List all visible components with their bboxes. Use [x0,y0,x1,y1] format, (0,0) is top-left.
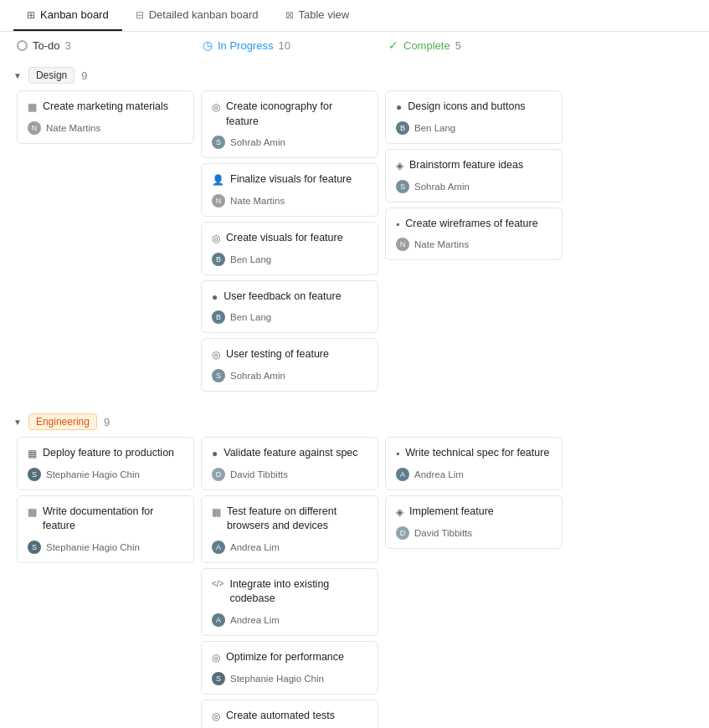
avatar: B [396,121,409,135]
card-title-text: Implement feature [409,505,494,520]
assignee-name: Andrea Lim [414,469,464,479]
card-icon: ▦ [212,505,221,520]
card-assignee: A Andrea Lim [396,468,552,481]
card-title-text: Create wireframes of feature [405,217,537,232]
col-todo-count: 3 [65,39,71,52]
assignee-name: David Tibbitts [414,528,472,538]
card-icon: ▦ [28,447,37,461]
card-title-text: Deploy feature to production [43,446,174,461]
group-toggle-engineering[interactable]: ▼ [13,418,22,427]
avatar: S [28,468,41,481]
card-title-text: Finalize visuals for feature [230,172,352,187]
avatar: S [28,541,41,554]
card-automated-tests[interactable]: ◎ Create automated tests D David Tibbitt… [201,700,378,728]
col-header-complete: ✓ Complete 5 [385,32,571,59]
card-create-visuals[interactable]: ◎ Create visuals for feature B Ben Lang [201,222,378,275]
card-assignee: A Andrea Lim [212,613,367,627]
card-user-feedback[interactable]: ● User feedback on feature B Ben Lang [201,280,378,334]
group-design-columns: ▦ Create marketing materials N Nate Mart… [13,90,696,392]
card-title-text: Create automated tests [226,709,335,724]
card-title-text: User feedback on feature [223,290,341,305]
avatar: S [212,136,225,149]
card-icon: ◎ [212,651,220,665]
avatar: A [212,613,225,627]
tab-detailed[interactable]: ⊟ Detailed kanban board [122,0,272,31]
group-design-header[interactable]: ▼ Design 9 [13,59,696,90]
card-test-browsers[interactable]: ▦ Test feature on different browsers and… [201,495,378,563]
tab-table[interactable]: ⊠ Table view [272,0,363,31]
assignee-name: Ben Lang [230,312,271,322]
engineering-complete-col: ▪ Write technical spec for feature A And… [382,437,566,549]
card-icon: </> [212,578,223,590]
card-icon: ◈ [396,159,403,173]
avatar: B [212,310,225,324]
card-validate-feature[interactable]: ● Validate feature against spec D David … [201,437,378,490]
card-design-icons[interactable]: ● Design icons and buttons B Ben Lang [385,90,563,144]
card-create-wireframes[interactable]: ▪ Create wireframes of feature N Nate Ma… [385,208,563,261]
avatar: S [212,369,225,382]
card-create-marketing[interactable]: ▦ Create marketing materials N Nate Mart… [17,90,194,144]
assignee-name: Stephanie Hagio Chin [230,674,324,684]
card-title-text: Validate feature against spec [223,446,357,461]
card-assignee: B Ben Lang [396,121,552,135]
card-assignee: A Andrea Lim [212,541,367,554]
card-assignee: S Stephanie Hagio Chin [212,672,367,685]
avatar: N [212,194,225,208]
col-todo-label: To-do [33,39,60,52]
group-engineering-header[interactable]: ▼ Engineering 9 [13,405,696,437]
board-content: ▼ Design 9 ▦ Create marketing materials … [0,59,709,728]
card-finalize-visuals[interactable]: 👤 Finalize visuals for feature N Nate Ma… [201,163,378,217]
card-implement-feature[interactable]: ◈ Implement feature D David Tibbitts [385,495,563,549]
card-title-text: Create visuals for feature [226,231,343,246]
design-complete-col: ● Design icons and buttons B Ben Lang ◈ … [382,90,566,260]
col-header-inprogress: ◷ In Progress 10 [199,32,385,59]
assignee-name: Andrea Lim [230,542,280,552]
tab-bar: ⊞ Kanban board ⊟ Detailed kanban board ⊠… [0,0,709,32]
card-deploy-feature[interactable]: ▦ Deploy feature to production S Stephan… [17,437,194,490]
card-title-text: Write technical spec for feature [405,446,549,461]
kanban-icon: ⊞ [27,9,35,21]
card-assignee: D David Tibbitts [212,468,367,481]
col-header-todo: To-do 3 [13,32,199,59]
card-assignee: N Nate Martins [396,238,552,251]
card-icon: ▦ [28,100,37,115]
card-icon: ◎ [212,348,220,362]
todo-status-icon [17,40,28,51]
col-inprogress-label: In Progress [218,39,273,52]
card-assignee: S Stephanie Hagio Chin [28,468,183,481]
card-title-text: Design icons and buttons [408,100,525,115]
assignee-name: Sohrab Amin [230,371,285,381]
card-optimize-performance[interactable]: ◎ Optimize for performance S Stephanie H… [201,641,378,695]
card-create-iconography[interactable]: ◎ Create iconography for feature S Sohra… [201,90,378,158]
inprogress-status-icon: ◷ [203,38,213,52]
card-integrate-codebase[interactable]: </> Integrate into existing codebase A A… [201,568,378,636]
avatar: S [212,672,225,685]
card-assignee: D David Tibbitts [396,526,552,540]
card-write-spec[interactable]: ▪ Write technical spec for feature A And… [385,437,563,490]
design-todo-col: ▦ Create marketing materials N Nate Mart… [13,90,198,144]
assignee-name: Andrea Lim [230,615,280,625]
tab-kanban-label: Kanban board [40,8,109,21]
card-icon: ▪ [396,218,399,232]
assignee-name: Nate Martins [46,123,100,133]
card-assignee: S Sohrab Amin [212,369,367,382]
engineering-inprogress-col: ● Validate feature against spec D David … [198,437,382,728]
card-brainstorm[interactable]: ◈ Brainstorm feature ideas S Sohrab Amin [385,149,563,203]
card-title-text: User testing of feature [226,347,329,362]
card-user-testing[interactable]: ◎ User testing of feature S Sohrab Amin [201,338,378,392]
card-icon: ◈ [396,505,403,520]
avatar: N [396,238,409,251]
card-assignee: S Stephanie Hagio Chin [28,541,183,554]
avatar: A [396,468,409,481]
card-title-text: Create marketing materials [43,100,168,115]
card-icon: ▦ [28,505,37,520]
col-complete-label: Complete [403,39,450,52]
group-design: ▼ Design 9 ▦ Create marketing materials … [13,59,696,392]
group-toggle-design[interactable]: ▼ [13,71,22,80]
tab-kanban[interactable]: ⊞ Kanban board [13,0,122,31]
card-icon: 👤 [212,173,224,187]
assignee-name: Stephanie Hagio Chin [46,542,140,552]
card-icon: ◎ [212,100,220,115]
card-icon: ● [212,447,218,461]
card-write-docs[interactable]: ▦ Write documentation for feature S Step… [17,495,194,563]
